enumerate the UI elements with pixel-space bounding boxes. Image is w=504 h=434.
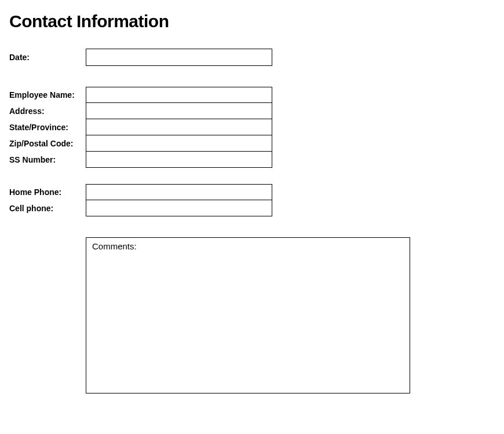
ss-number-row: SS Number: (9, 152, 495, 168)
ss-number-input[interactable] (86, 152, 272, 168)
state-province-input[interactable] (86, 119, 272, 135)
page-title: Contact Information (9, 12, 495, 31)
date-row: Date: (9, 49, 495, 66)
date-label: Date: (9, 53, 86, 62)
zip-postal-row: Zip/Postal Code: (9, 135, 495, 152)
state-province-row: State/Province: (9, 119, 495, 135)
home-phone-label: Home Phone: (9, 187, 86, 197)
employee-name-row: Employee Name: (9, 87, 495, 103)
employee-name-label: Employee Name: (9, 90, 86, 100)
home-phone-input[interactable] (86, 184, 272, 200)
comments-box[interactable]: Comments: (86, 237, 410, 393)
cell-phone-row: Cell phone: (9, 200, 495, 216)
cell-phone-label: Cell phone: (9, 204, 86, 213)
zip-postal-input[interactable] (86, 135, 272, 152)
employee-name-input[interactable] (86, 87, 272, 103)
state-province-label: State/Province: (9, 123, 86, 132)
home-phone-row: Home Phone: (9, 184, 495, 200)
zip-postal-label: Zip/Postal Code: (9, 139, 86, 148)
ss-number-label: SS Number: (9, 155, 86, 164)
date-input[interactable] (86, 49, 272, 66)
address-input[interactable] (86, 103, 272, 119)
comments-label: Comments: (92, 241, 137, 251)
cell-phone-input[interactable] (86, 200, 272, 216)
address-label: Address: (9, 106, 86, 116)
address-row: Address: (9, 103, 495, 119)
